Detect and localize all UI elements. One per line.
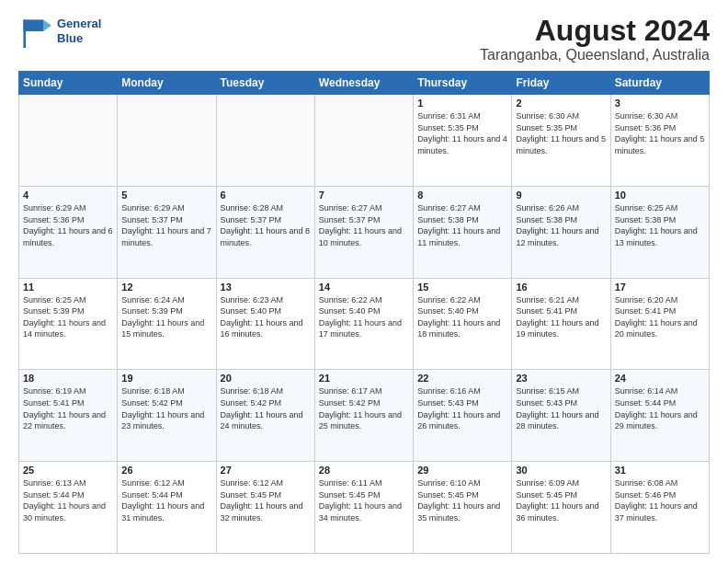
day-number: 13 xyxy=(221,282,311,293)
day-info: Sunrise: 6:08 AM Sunset: 5:46 PM Dayligh… xyxy=(615,477,705,523)
day-info: Sunrise: 6:18 AM Sunset: 5:42 PM Dayligh… xyxy=(121,385,211,431)
day-info: Sunrise: 6:27 AM Sunset: 5:37 PM Dayligh… xyxy=(319,202,409,248)
day-info: Sunrise: 6:22 AM Sunset: 5:40 PM Dayligh… xyxy=(319,294,409,340)
day-info: Sunrise: 6:25 AM Sunset: 5:39 PM Dayligh… xyxy=(23,294,113,340)
day-info: Sunrise: 6:09 AM Sunset: 5:45 PM Dayligh… xyxy=(516,477,606,523)
day-number: 4 xyxy=(23,190,113,201)
day-number: 17 xyxy=(615,282,705,293)
day-number: 28 xyxy=(319,465,409,476)
calendar-table: SundayMondayTuesdayWednesdayThursdayFrid… xyxy=(18,71,710,554)
day-number: 16 xyxy=(516,282,606,293)
day-info: Sunrise: 6:10 AM Sunset: 5:45 PM Dayligh… xyxy=(417,477,507,523)
calendar-cell-15: 12Sunrise: 6:24 AM Sunset: 5:39 PM Dayli… xyxy=(118,278,216,370)
day-number: 7 xyxy=(319,190,409,201)
day-number: 26 xyxy=(121,465,211,476)
calendar-cell-14: 11Sunrise: 6:25 AM Sunset: 5:39 PM Dayli… xyxy=(19,278,118,370)
day-info: Sunrise: 6:16 AM Sunset: 5:43 PM Dayligh… xyxy=(417,385,507,431)
day-number: 25 xyxy=(23,465,113,476)
calendar-cell-33: 30Sunrise: 6:09 AM Sunset: 5:45 PM Dayli… xyxy=(512,462,610,554)
calendar-cell-32: 29Sunrise: 6:10 AM Sunset: 5:45 PM Dayli… xyxy=(414,462,512,554)
day-number: 12 xyxy=(121,282,211,293)
day-info: Sunrise: 6:15 AM Sunset: 5:43 PM Dayligh… xyxy=(516,385,606,431)
logo-text: General Blue xyxy=(57,17,101,45)
calendar-cell-17: 14Sunrise: 6:22 AM Sunset: 5:40 PM Dayli… xyxy=(314,278,413,370)
calendar-cell-4: 1Sunrise: 6:31 AM Sunset: 5:35 PM Daylig… xyxy=(414,95,512,187)
calendar-cell-27: 24Sunrise: 6:14 AM Sunset: 5:44 PM Dayli… xyxy=(610,370,709,462)
title-block: August 2024 Taranganba, Queensland, Aust… xyxy=(480,15,710,63)
logo-line2: Blue xyxy=(57,31,83,45)
calendar-week-5: 25Sunrise: 6:13 AM Sunset: 5:44 PM Dayli… xyxy=(19,462,710,554)
calendar-cell-21: 18Sunrise: 6:19 AM Sunset: 5:41 PM Dayli… xyxy=(19,370,118,462)
weekday-header-thursday: Thursday xyxy=(414,72,512,95)
day-number: 6 xyxy=(221,190,311,201)
page: General Blue August 2024 Taranganba, Que… xyxy=(0,0,728,563)
day-number: 9 xyxy=(516,190,606,201)
calendar-cell-29: 26Sunrise: 6:12 AM Sunset: 5:44 PM Dayli… xyxy=(118,462,216,554)
day-info: Sunrise: 6:25 AM Sunset: 5:38 PM Dayligh… xyxy=(615,202,705,248)
day-number: 31 xyxy=(615,465,705,476)
calendar-cell-25: 22Sunrise: 6:16 AM Sunset: 5:43 PM Dayli… xyxy=(414,370,512,462)
day-info: Sunrise: 6:13 AM Sunset: 5:44 PM Dayligh… xyxy=(23,477,113,523)
calendar-cell-2 xyxy=(216,95,314,187)
calendar-week-3: 11Sunrise: 6:25 AM Sunset: 5:39 PM Dayli… xyxy=(19,278,710,370)
calendar-cell-0 xyxy=(19,95,118,187)
calendar-week-2: 4Sunrise: 6:29 AM Sunset: 5:36 PM Daylig… xyxy=(19,186,710,278)
calendar-cell-3 xyxy=(314,95,413,187)
day-number: 18 xyxy=(23,373,113,384)
calendar-cell-8: 5Sunrise: 6:29 AM Sunset: 5:37 PM Daylig… xyxy=(118,186,216,278)
calendar-cell-24: 21Sunrise: 6:17 AM Sunset: 5:42 PM Dayli… xyxy=(314,370,413,462)
calendar-cell-31: 28Sunrise: 6:11 AM Sunset: 5:45 PM Dayli… xyxy=(314,462,413,554)
day-info: Sunrise: 6:24 AM Sunset: 5:39 PM Dayligh… xyxy=(121,294,211,340)
calendar-cell-6: 3Sunrise: 6:30 AM Sunset: 5:36 PM Daylig… xyxy=(610,95,709,187)
calendar-cell-13: 10Sunrise: 6:25 AM Sunset: 5:38 PM Dayli… xyxy=(610,186,709,278)
day-number: 8 xyxy=(417,190,507,201)
day-info: Sunrise: 6:12 AM Sunset: 5:45 PM Dayligh… xyxy=(221,477,311,523)
day-info: Sunrise: 6:18 AM Sunset: 5:42 PM Dayligh… xyxy=(221,385,311,431)
calendar-cell-16: 13Sunrise: 6:23 AM Sunset: 5:40 PM Dayli… xyxy=(216,278,314,370)
day-info: Sunrise: 6:12 AM Sunset: 5:44 PM Dayligh… xyxy=(121,477,211,523)
day-number: 2 xyxy=(516,98,606,109)
day-info: Sunrise: 6:20 AM Sunset: 5:41 PM Dayligh… xyxy=(615,294,705,340)
calendar-cell-10: 7Sunrise: 6:27 AM Sunset: 5:37 PM Daylig… xyxy=(314,186,413,278)
calendar-cell-7: 4Sunrise: 6:29 AM Sunset: 5:36 PM Daylig… xyxy=(19,186,118,278)
day-info: Sunrise: 6:26 AM Sunset: 5:38 PM Dayligh… xyxy=(516,202,606,248)
calendar-cell-11: 8Sunrise: 6:27 AM Sunset: 5:38 PM Daylig… xyxy=(414,186,512,278)
day-info: Sunrise: 6:30 AM Sunset: 5:35 PM Dayligh… xyxy=(516,110,606,156)
day-number: 19 xyxy=(121,373,211,384)
calendar-cell-19: 16Sunrise: 6:21 AM Sunset: 5:41 PM Dayli… xyxy=(512,278,610,370)
calendar-cell-22: 19Sunrise: 6:18 AM Sunset: 5:42 PM Dayli… xyxy=(118,370,216,462)
day-number: 10 xyxy=(615,190,705,201)
calendar-header-row: SundayMondayTuesdayWednesdayThursdayFrid… xyxy=(19,72,710,95)
calendar-week-1: 1Sunrise: 6:31 AM Sunset: 5:35 PM Daylig… xyxy=(19,95,710,187)
calendar-cell-12: 9Sunrise: 6:26 AM Sunset: 5:38 PM Daylig… xyxy=(512,186,610,278)
day-info: Sunrise: 6:22 AM Sunset: 5:40 PM Dayligh… xyxy=(417,294,507,340)
calendar-cell-5: 2Sunrise: 6:30 AM Sunset: 5:35 PM Daylig… xyxy=(512,95,610,187)
day-info: Sunrise: 6:30 AM Sunset: 5:36 PM Dayligh… xyxy=(615,110,705,156)
svg-marker-0 xyxy=(23,19,43,31)
day-number: 3 xyxy=(615,98,705,109)
day-number: 11 xyxy=(23,282,113,293)
weekday-header-sunday: Sunday xyxy=(19,72,118,95)
day-number: 30 xyxy=(516,465,606,476)
day-info: Sunrise: 6:27 AM Sunset: 5:38 PM Dayligh… xyxy=(417,202,507,248)
weekday-header-tuesday: Tuesday xyxy=(216,72,314,95)
day-number: 1 xyxy=(417,98,507,109)
main-title: August 2024 xyxy=(480,15,710,47)
weekday-header-friday: Friday xyxy=(512,72,610,95)
calendar-cell-23: 20Sunrise: 6:18 AM Sunset: 5:42 PM Dayli… xyxy=(216,370,314,462)
weekday-header-saturday: Saturday xyxy=(610,72,709,95)
svg-rect-2 xyxy=(23,19,26,48)
calendar-cell-26: 23Sunrise: 6:15 AM Sunset: 5:43 PM Dayli… xyxy=(512,370,610,462)
day-number: 14 xyxy=(319,282,409,293)
day-number: 21 xyxy=(319,373,409,384)
calendar-cell-28: 25Sunrise: 6:13 AM Sunset: 5:44 PM Dayli… xyxy=(19,462,118,554)
logo-line1: General xyxy=(57,17,101,30)
calendar-cell-1 xyxy=(118,95,216,187)
calendar-cell-20: 17Sunrise: 6:20 AM Sunset: 5:41 PM Dayli… xyxy=(610,278,709,370)
day-info: Sunrise: 6:29 AM Sunset: 5:37 PM Dayligh… xyxy=(121,202,211,248)
calendar-cell-34: 31Sunrise: 6:08 AM Sunset: 5:46 PM Dayli… xyxy=(610,462,709,554)
weekday-header-monday: Monday xyxy=(118,72,216,95)
day-info: Sunrise: 6:28 AM Sunset: 5:37 PM Dayligh… xyxy=(221,202,311,248)
day-info: Sunrise: 6:21 AM Sunset: 5:41 PM Dayligh… xyxy=(516,294,606,340)
day-info: Sunrise: 6:14 AM Sunset: 5:44 PM Dayligh… xyxy=(615,385,705,431)
